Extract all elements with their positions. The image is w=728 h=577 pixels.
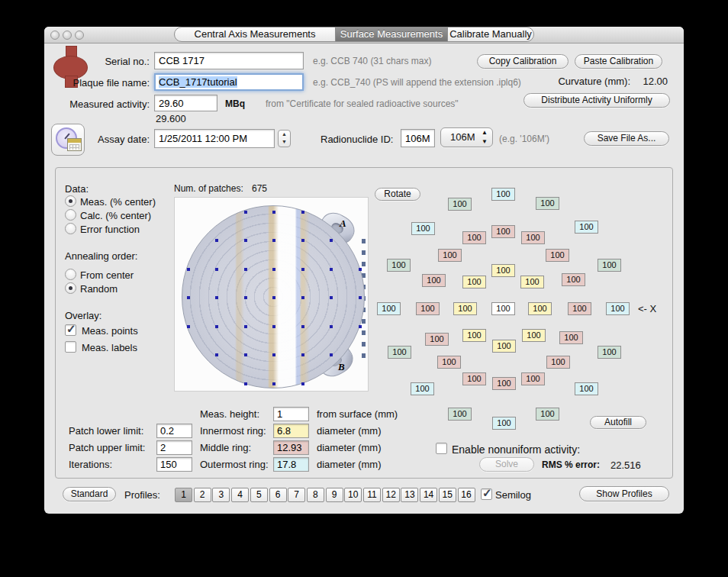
assay-date-input[interactable]: 1/25/2011 12:00 PM xyxy=(154,129,275,148)
tab-surface-measurements[interactable]: Surface Measurements xyxy=(335,27,448,42)
checkbox-enable-nonuniform[interactable] xyxy=(436,443,447,454)
checkbox-meas-labels[interactable] xyxy=(65,341,76,353)
profile-button-7[interactable]: 7 xyxy=(288,488,305,502)
checkbox-semilog[interactable] xyxy=(481,488,492,500)
patch-value-input[interactable]: 100 xyxy=(598,346,621,359)
patch-value-input[interactable]: 100 xyxy=(448,408,472,421)
paste-calibration-button[interactable]: Paste Calibration xyxy=(575,54,662,69)
patch-value-input[interactable]: 100 xyxy=(562,273,585,286)
profile-button-10[interactable]: 10 xyxy=(344,488,362,502)
profile-button-9[interactable]: 9 xyxy=(326,488,343,502)
radionuclide-input[interactable]: 106M xyxy=(401,129,435,147)
radio-from-center[interactable] xyxy=(65,269,76,280)
serial-label: Serial no.: xyxy=(44,56,150,67)
iterations-input[interactable]: 150 xyxy=(156,457,192,472)
autofill-button[interactable]: Autofill xyxy=(590,416,646,429)
solve-button[interactable]: Solve xyxy=(479,457,534,472)
checkbox-meas-points[interactable] xyxy=(65,324,76,336)
radio-random[interactable] xyxy=(65,282,76,294)
measurement-point xyxy=(272,382,275,385)
profile-button-6[interactable]: 6 xyxy=(269,488,287,502)
patch-value-input[interactable]: 100 xyxy=(377,302,401,315)
patch-value-input[interactable]: 100 xyxy=(492,377,516,390)
profile-button-15[interactable]: 15 xyxy=(439,488,456,502)
patch-value-input[interactable]: 100 xyxy=(411,382,434,395)
patch-value-input[interactable]: 100 xyxy=(528,302,552,315)
patch-value-input[interactable]: 100 xyxy=(606,302,630,315)
activity-converted-value: 29.600 xyxy=(156,113,186,124)
patch-value-input[interactable]: 100 xyxy=(387,259,411,272)
patch-value-input[interactable]: 100 xyxy=(462,372,486,385)
radio-calc-percent-center[interactable] xyxy=(65,209,76,221)
profile-button-2[interactable]: 2 xyxy=(194,488,211,502)
profile-button-3[interactable]: 3 xyxy=(212,488,230,502)
radio-meas-percent-center[interactable] xyxy=(65,195,76,207)
plaque-file-name-input[interactable]: CCB_1717tutorial xyxy=(154,73,304,91)
patch-value-input[interactable]: 100 xyxy=(491,302,515,315)
tab-central-axis-measurements[interactable]: Central Axis Measurements xyxy=(174,27,336,42)
patch-value-input[interactable]: 100 xyxy=(462,329,486,342)
patch-value-input[interactable]: 100 xyxy=(520,276,544,288)
tab-calibrate-manually[interactable]: Calibrate Manually xyxy=(447,27,534,42)
patch-value-input[interactable]: 100 xyxy=(522,329,546,342)
show-profiles-button[interactable]: Show Profiles xyxy=(579,486,669,501)
profile-button-11[interactable]: 11 xyxy=(363,488,381,502)
patch-value-input[interactable]: 100 xyxy=(422,274,446,287)
patch-value-input[interactable]: 100 xyxy=(575,382,598,395)
patch-value-input[interactable]: 100 xyxy=(462,231,486,244)
scale-dash xyxy=(362,342,366,347)
patch-value-input[interactable]: 100 xyxy=(491,188,515,201)
outermost-ring-input[interactable]: 17.8 xyxy=(273,457,309,472)
rotate-button[interactable]: Rotate xyxy=(375,188,420,201)
patch-value-input[interactable]: 100 xyxy=(437,356,461,369)
patch-value-input[interactable]: 100 xyxy=(536,197,559,210)
patch-value-input[interactable]: 100 xyxy=(521,231,545,244)
patch-upper-input[interactable]: 2 xyxy=(156,440,192,455)
measurement-point xyxy=(244,382,247,385)
standard-button[interactable]: Standard xyxy=(63,487,116,501)
profile-button-5[interactable]: 5 xyxy=(250,488,268,502)
patch-value-input[interactable]: 100 xyxy=(448,198,472,211)
serial-input[interactable]: CCB 1717 xyxy=(154,52,304,69)
save-file-as-button[interactable]: Save File As... xyxy=(584,131,669,146)
patch-value-input[interactable]: 100 xyxy=(598,259,621,272)
patch-value-input[interactable]: 100 xyxy=(568,302,591,315)
patch-value-input[interactable]: 100 xyxy=(388,346,411,359)
profile-button-1[interactable]: 1 xyxy=(175,488,192,502)
patch-value-input[interactable]: 100 xyxy=(416,302,440,315)
patch-value-input[interactable]: 100 xyxy=(575,221,598,234)
patch-value-input[interactable]: 100 xyxy=(462,276,486,288)
patch-value-input[interactable]: 100 xyxy=(491,225,515,238)
radio-error-function[interactable] xyxy=(65,223,76,234)
radionuclide-dropdown[interactable]: 106M ▲▼ xyxy=(440,127,493,147)
patch-value-input[interactable]: 100 xyxy=(546,249,569,262)
activity-unit-label: MBq xyxy=(225,98,245,109)
measurement-point xyxy=(244,239,247,242)
profile-button-4[interactable]: 4 xyxy=(231,488,249,502)
patch-value-input[interactable]: 100 xyxy=(492,340,516,353)
patch-value-input[interactable]: 100 xyxy=(492,417,516,430)
innermost-ring-input[interactable]: 6.8 xyxy=(273,424,309,438)
patch-value-input[interactable]: 100 xyxy=(536,408,559,421)
measured-activity-input[interactable]: 29.60 xyxy=(154,95,217,111)
patch-value-input[interactable]: 100 xyxy=(546,356,570,369)
meas-height-input[interactable]: 1 xyxy=(273,407,309,421)
patch-lower-input[interactable]: 0.2 xyxy=(156,424,192,438)
assay-date-stepper[interactable]: ▲▼ xyxy=(278,130,291,147)
patch-value-input[interactable]: 100 xyxy=(491,264,515,277)
patch-value-input[interactable]: 100 xyxy=(425,333,449,346)
distribute-activity-button[interactable]: Distribute Activity Uniformly xyxy=(523,93,670,108)
profile-button-12[interactable]: 12 xyxy=(382,488,400,502)
profile-button-13[interactable]: 13 xyxy=(401,488,418,502)
patch-value-input[interactable]: 100 xyxy=(411,222,435,235)
copy-calibration-button[interactable]: Copy Calibration xyxy=(477,54,569,69)
patch-value-input[interactable]: 100 xyxy=(559,331,583,344)
profile-button-8[interactable]: 8 xyxy=(307,488,324,502)
profile-button-16[interactable]: 16 xyxy=(458,488,475,502)
patch-value-input[interactable]: 100 xyxy=(438,249,462,262)
middle-ring-input[interactable]: 12.93 xyxy=(273,440,309,455)
profile-button-14[interactable]: 14 xyxy=(420,488,437,502)
patch-value-input[interactable]: 100 xyxy=(521,372,545,385)
lug-b-label: B xyxy=(338,361,345,373)
patch-value-input[interactable]: 100 xyxy=(453,302,477,315)
